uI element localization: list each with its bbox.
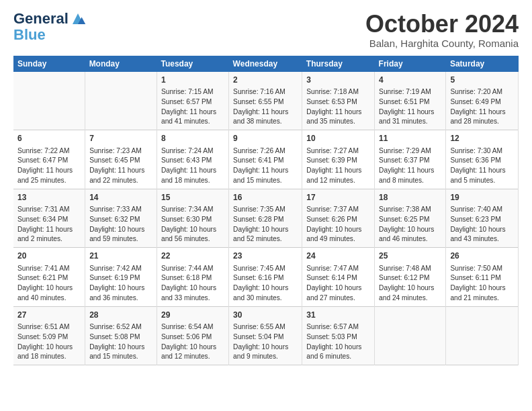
day-number: 14 bbox=[89, 192, 152, 203]
day-info: Daylight: 10 hours and 36 minutes. bbox=[89, 283, 152, 304]
day-number: 23 bbox=[233, 250, 298, 262]
day-info: Sunset: 6:25 PM bbox=[379, 215, 441, 225]
day-info: Daylight: 10 hours and 46 minutes. bbox=[379, 225, 441, 245]
table-row: 8Sunrise: 7:24 AMSunset: 6:43 PMDaylight… bbox=[157, 130, 228, 189]
day-number: 13 bbox=[17, 192, 81, 203]
day-info: Daylight: 10 hours and 33 minutes. bbox=[161, 283, 224, 304]
day-number: 29 bbox=[161, 310, 224, 321]
day-info: Sunset: 5:08 PM bbox=[89, 332, 152, 342]
table-row: 5Sunrise: 7:20 AMSunset: 6:49 PMDaylight… bbox=[446, 72, 519, 130]
day-info: Sunrise: 7:47 AM bbox=[306, 264, 370, 274]
day-number: 19 bbox=[450, 192, 514, 203]
day-info: Daylight: 11 hours and 41 minutes. bbox=[161, 107, 224, 128]
table-row: 29Sunrise: 6:54 AMSunset: 5:06 PMDayligh… bbox=[157, 306, 228, 365]
day-info: Daylight: 10 hours and 9 minutes. bbox=[233, 342, 298, 363]
day-info: Daylight: 11 hours and 35 minutes. bbox=[306, 107, 370, 128]
table-row: 10Sunrise: 7:27 AMSunset: 6:39 PMDayligh… bbox=[302, 130, 375, 189]
table-row: 1Sunrise: 7:15 AMSunset: 6:57 PMDaylight… bbox=[157, 72, 228, 130]
day-info: Sunrise: 7:27 AM bbox=[306, 146, 370, 156]
day-info: Sunrise: 7:33 AM bbox=[89, 205, 152, 215]
table-row: 18Sunrise: 7:38 AMSunset: 6:25 PMDayligh… bbox=[375, 189, 446, 248]
day-info: Sunset: 5:03 PM bbox=[306, 332, 370, 342]
table-row: 26Sunrise: 7:50 AMSunset: 6:11 PMDayligh… bbox=[446, 248, 519, 307]
day-info: Daylight: 10 hours and 6 minutes. bbox=[306, 342, 370, 363]
table-row: 13Sunrise: 7:31 AMSunset: 6:34 PMDayligh… bbox=[13, 189, 85, 248]
table-row: 14Sunrise: 7:33 AMSunset: 6:32 PMDayligh… bbox=[85, 189, 157, 248]
day-info: Sunrise: 7:24 AM bbox=[161, 146, 224, 156]
day-number: 30 bbox=[233, 310, 298, 321]
day-info: Sunrise: 7:42 AM bbox=[89, 264, 152, 274]
header-row: Sunday Monday Tuesday Wednesday Thursday… bbox=[13, 56, 519, 72]
col-friday: Friday bbox=[375, 56, 446, 72]
day-number: 27 bbox=[17, 310, 81, 321]
day-info: Daylight: 11 hours and 12 minutes. bbox=[306, 166, 370, 186]
day-number: 7 bbox=[89, 133, 152, 144]
day-number: 16 bbox=[233, 192, 298, 203]
col-tuesday: Tuesday bbox=[157, 56, 228, 72]
table-row: 30Sunrise: 6:55 AMSunset: 5:04 PMDayligh… bbox=[229, 306, 302, 365]
table-row: 9Sunrise: 7:26 AMSunset: 6:41 PMDaylight… bbox=[229, 130, 302, 189]
day-info: Sunrise: 7:15 AM bbox=[161, 87, 224, 97]
table-row: 23Sunrise: 7:45 AMSunset: 6:16 PMDayligh… bbox=[229, 248, 302, 307]
table-row: 11Sunrise: 7:29 AMSunset: 6:37 PMDayligh… bbox=[375, 130, 446, 189]
day-info: Sunset: 6:49 PM bbox=[450, 97, 514, 107]
day-info: Daylight: 11 hours and 8 minutes. bbox=[379, 166, 441, 186]
calendar-table: Sunday Monday Tuesday Wednesday Thursday… bbox=[13, 56, 519, 366]
day-number: 24 bbox=[306, 250, 370, 262]
table-row: 20Sunrise: 7:41 AMSunset: 6:21 PMDayligh… bbox=[13, 248, 85, 307]
day-info: Daylight: 11 hours and 38 minutes. bbox=[233, 107, 298, 128]
table-row: 7Sunrise: 7:23 AMSunset: 6:45 PMDaylight… bbox=[85, 130, 157, 189]
page: General Blue October 2024 Balan, Harghit… bbox=[0, 0, 532, 372]
day-number: 10 bbox=[306, 133, 370, 144]
table-row: 3Sunrise: 7:18 AMSunset: 6:53 PMDaylight… bbox=[302, 72, 375, 130]
header: General Blue October 2024 Balan, Harghit… bbox=[13, 11, 519, 49]
day-number: 28 bbox=[89, 310, 152, 321]
day-info: Sunset: 6:18 PM bbox=[161, 273, 224, 283]
day-info: Sunrise: 6:51 AM bbox=[17, 322, 81, 332]
day-info: Sunrise: 6:55 AM bbox=[233, 322, 298, 332]
day-info: Sunset: 6:47 PM bbox=[17, 156, 81, 166]
title-block: October 2024 Balan, Harghita County, Rom… bbox=[365, 11, 519, 49]
col-sunday: Sunday bbox=[13, 56, 85, 72]
day-number: 22 bbox=[161, 250, 224, 262]
week-row: 20Sunrise: 7:41 AMSunset: 6:21 PMDayligh… bbox=[13, 248, 519, 307]
day-info: Daylight: 10 hours and 12 minutes. bbox=[161, 342, 224, 363]
week-row: 6Sunrise: 7:22 AMSunset: 6:47 PMDaylight… bbox=[13, 130, 519, 189]
day-info: Sunrise: 7:44 AM bbox=[161, 264, 224, 274]
day-info: Daylight: 10 hours and 49 minutes. bbox=[306, 225, 370, 245]
day-info: Sunset: 6:14 PM bbox=[306, 273, 370, 283]
day-number: 21 bbox=[89, 250, 152, 262]
col-monday: Monday bbox=[85, 56, 157, 72]
day-info: Sunrise: 7:31 AM bbox=[17, 205, 81, 215]
day-info: Daylight: 11 hours and 5 minutes. bbox=[450, 166, 514, 186]
day-info: Daylight: 10 hours and 56 minutes. bbox=[161, 225, 224, 245]
table-row: 6Sunrise: 7:22 AMSunset: 6:47 PMDaylight… bbox=[13, 130, 85, 189]
day-info: Daylight: 11 hours and 2 minutes. bbox=[17, 225, 81, 245]
day-info: Sunrise: 7:22 AM bbox=[17, 146, 81, 156]
day-info: Sunrise: 7:34 AM bbox=[161, 205, 224, 215]
table-row: 27Sunrise: 6:51 AMSunset: 5:09 PMDayligh… bbox=[13, 306, 85, 365]
day-number: 5 bbox=[450, 75, 514, 86]
day-info: Sunset: 6:11 PM bbox=[450, 273, 514, 283]
day-info: Sunset: 5:09 PM bbox=[17, 332, 81, 342]
day-info: Sunrise: 7:45 AM bbox=[233, 264, 298, 274]
day-info: Sunset: 6:39 PM bbox=[306, 156, 370, 166]
day-info: Sunrise: 6:52 AM bbox=[89, 322, 152, 332]
day-info: Sunset: 6:32 PM bbox=[89, 215, 152, 225]
day-number: 15 bbox=[161, 192, 224, 203]
table-row: 12Sunrise: 7:30 AMSunset: 6:36 PMDayligh… bbox=[446, 130, 519, 189]
day-info: Sunrise: 7:50 AM bbox=[450, 264, 514, 274]
day-info: Daylight: 10 hours and 21 minutes. bbox=[450, 283, 514, 304]
col-saturday: Saturday bbox=[446, 56, 519, 72]
logo-text-blue: Blue bbox=[13, 26, 46, 43]
day-info: Daylight: 10 hours and 15 minutes. bbox=[89, 342, 152, 363]
table-row: 15Sunrise: 7:34 AMSunset: 6:30 PMDayligh… bbox=[157, 189, 228, 248]
day-info: Sunset: 6:36 PM bbox=[450, 156, 514, 166]
table-row: 4Sunrise: 7:19 AMSunset: 6:51 PMDaylight… bbox=[375, 72, 446, 130]
day-info: Sunrise: 7:40 AM bbox=[450, 205, 514, 215]
table-row: 28Sunrise: 6:52 AMSunset: 5:08 PMDayligh… bbox=[85, 306, 157, 365]
day-info: Sunrise: 7:29 AM bbox=[379, 146, 441, 156]
day-info: Sunrise: 7:30 AM bbox=[450, 146, 514, 156]
week-row: 1Sunrise: 7:15 AMSunset: 6:57 PMDaylight… bbox=[13, 72, 519, 130]
day-info: Sunset: 6:12 PM bbox=[379, 273, 441, 283]
